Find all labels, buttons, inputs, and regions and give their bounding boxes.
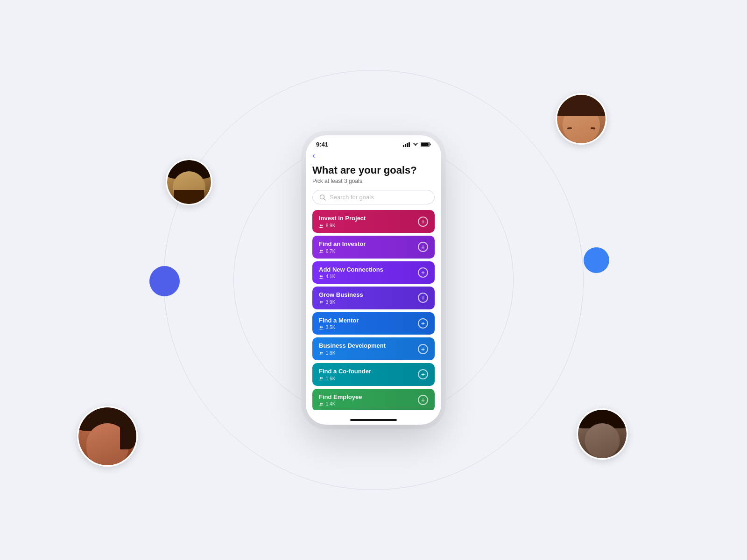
avatar-left: [166, 159, 212, 205]
goal-add-button[interactable]: +: [418, 318, 428, 329]
status-icons: [403, 142, 431, 147]
svg-point-16: [322, 301, 323, 302]
phone-mockup: 9:41 ‹ What are your goals?: [306, 135, 441, 425]
svg-rect-2: [407, 143, 408, 147]
goal-add-button[interactable]: +: [418, 369, 428, 379]
wifi-icon: [412, 142, 419, 147]
goal-item[interactable]: Add New Connections 4.1K +: [312, 261, 435, 284]
svg-point-13: [320, 275, 322, 277]
svg-rect-0: [403, 145, 404, 147]
goal-name: Business Development: [319, 342, 386, 350]
svg-point-15: [320, 301, 322, 303]
goal-add-button[interactable]: +: [418, 242, 428, 252]
goal-name: Find Employee: [319, 393, 362, 401]
goal-item[interactable]: Grow Business 3.9K +: [312, 287, 435, 309]
goal-item[interactable]: Find an Investor 6.7K +: [312, 236, 435, 259]
goal-add-button[interactable]: +: [418, 344, 428, 354]
goal-name: Find an Investor: [319, 240, 366, 248]
goal-name: Find a Co-founder: [319, 368, 371, 375]
goal-name: Add New Connections: [319, 266, 383, 273]
svg-point-24: [322, 403, 323, 405]
goals-list: Invest in Project 8.9K + Find an Investo…: [312, 210, 435, 410]
svg-point-23: [320, 403, 322, 405]
goal-item[interactable]: Find a Co-founder 1.6K +: [312, 363, 435, 386]
svg-line-8: [324, 198, 326, 200]
goal-item[interactable]: Invest in Project 8.9K +: [312, 210, 435, 233]
goal-add-button[interactable]: +: [418, 217, 428, 227]
svg-point-21: [320, 377, 322, 379]
goal-add-button[interactable]: +: [418, 395, 428, 405]
goal-item[interactable]: Find a Mentor 3.5K +: [312, 312, 435, 335]
goal-info: Invest in Project 8.9K: [319, 215, 366, 228]
svg-rect-1: [405, 144, 406, 147]
goal-count: 1.8K: [319, 350, 386, 356]
phone-content: ‹ What are your goals? Pick at least 3 g…: [306, 151, 441, 416]
battery-icon: [421, 142, 431, 147]
search-icon: [319, 194, 326, 201]
goal-info: Find Employee 1.4K: [319, 393, 362, 407]
svg-rect-3: [409, 142, 410, 147]
goal-item[interactable]: Find Employee 1.4K +: [312, 389, 435, 410]
goal-info: Find a Co-founder 1.6K: [319, 368, 371, 381]
signal-icon: [403, 142, 410, 147]
goal-info: Find an Investor 6.7K: [319, 240, 366, 254]
svg-point-11: [320, 250, 322, 252]
goal-name: Invest in Project: [319, 215, 366, 222]
goal-name: Find a Mentor: [319, 317, 359, 324]
page-subtitle: Pick at least 3 goals.: [312, 178, 435, 184]
status-time: 9:41: [316, 141, 328, 148]
avatar-bottom-right: [577, 408, 628, 460]
goal-count: 4.1K: [319, 274, 383, 279]
goal-count: 6.7K: [319, 249, 366, 254]
search-placeholder: Search for goals: [330, 194, 374, 201]
svg-point-12: [322, 250, 323, 252]
goal-count: 3.9K: [319, 300, 363, 305]
page-title: What are your goals?: [312, 164, 435, 176]
svg-point-10: [322, 224, 323, 226]
back-button[interactable]: ‹: [312, 151, 435, 161]
status-bar: 9:41: [306, 135, 441, 151]
avatar-top-right: [556, 93, 607, 145]
svg-point-20: [322, 352, 323, 353]
svg-point-19: [320, 352, 322, 354]
goal-name: Grow Business: [319, 291, 363, 299]
goal-add-button[interactable]: +: [418, 267, 428, 278]
blue-dot-right: [584, 247, 609, 273]
goal-info: Business Development 1.8K: [319, 342, 386, 356]
goal-count: 8.9K: [319, 223, 366, 228]
goal-count: 3.5K: [319, 325, 359, 330]
goal-info: Add New Connections 4.1K: [319, 266, 383, 280]
blue-dot-left: [149, 266, 180, 296]
svg-point-17: [320, 326, 322, 328]
svg-point-18: [322, 327, 323, 328]
search-box[interactable]: Search for goals: [312, 190, 435, 204]
svg-rect-6: [421, 143, 429, 146]
svg-point-14: [322, 276, 323, 277]
avatar-bottom-left: [77, 406, 138, 467]
home-indicator: [350, 419, 397, 421]
goal-add-button[interactable]: +: [418, 293, 428, 303]
goal-item[interactable]: Business Development 1.8K +: [312, 337, 435, 360]
svg-point-9: [320, 224, 322, 226]
goal-count: 1.6K: [319, 376, 371, 381]
goal-info: Find a Mentor 3.5K: [319, 317, 359, 330]
svg-point-22: [322, 378, 323, 379]
svg-rect-5: [430, 144, 431, 146]
goal-info: Grow Business 3.9K: [319, 291, 363, 305]
goal-count: 1.4K: [319, 401, 362, 406]
